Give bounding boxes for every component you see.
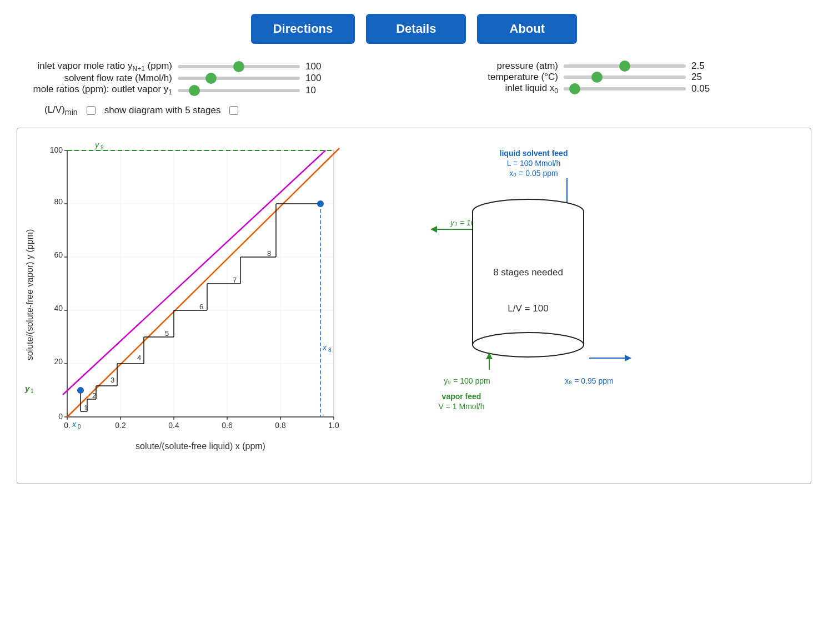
svg-text:0.: 0.: [64, 421, 71, 430]
svg-text:60: 60: [54, 250, 63, 259]
left-sliders: inlet vapor mole ratio yN+1 (ppm) 100 so…: [17, 61, 380, 97]
svg-text:L = 100 Mmol/h: L = 100 Mmol/h: [507, 159, 560, 168]
slider-row-mole-ratios: mole ratios (ppm): outlet vapor y1 10: [17, 84, 380, 96]
mole-ratios-label: mole ratios (ppm): outlet vapor y1: [17, 84, 172, 96]
svg-text:solute/(solute-free liquid) x : solute/(solute-free liquid) x (ppm): [136, 441, 265, 451]
svg-text:40: 40: [54, 304, 63, 313]
slider-row-solvent-flow: solvent flow rate (Mmol/h) 100: [17, 73, 380, 84]
svg-text:0: 0: [78, 424, 81, 430]
inlet-vapor-slider[interactable]: [178, 65, 300, 68]
directions-button[interactable]: Directions: [251, 14, 355, 44]
svg-rect-86: [473, 212, 584, 345]
svg-text:2: 2: [92, 391, 96, 400]
svg-text:x: x: [72, 420, 77, 429]
svg-text:20: 20: [54, 357, 63, 366]
svg-text:4: 4: [137, 354, 141, 362]
svg-text:1.0: 1.0: [328, 421, 339, 430]
right-sliders: pressure (atm) 2.5 temperature (°C) 25 i…: [403, 61, 766, 97]
svg-text:y: y: [94, 140, 99, 149]
chart-area: 0 20 40 60 80 100 0. 0.2 0.4 0.6 0.8 1.: [23, 139, 400, 472]
svg-text:L/V = 100: L/V = 100: [508, 303, 548, 314]
svg-text:vapor feed: vapor feed: [442, 392, 481, 401]
svg-text:1: 1: [84, 404, 88, 412]
svg-text:0.6: 0.6: [222, 421, 233, 430]
mole-ratios-value: 10: [305, 85, 333, 96]
temperature-label: temperature (°C): [403, 72, 558, 83]
slider-row-temperature: temperature (°C) 25: [403, 72, 766, 83]
temperature-slider[interactable]: [564, 76, 686, 79]
mole-ratios-slider[interactable]: [178, 89, 300, 92]
pressure-label: pressure (atm): [403, 61, 558, 72]
svg-text:5: 5: [165, 329, 169, 338]
sliders-section: inlet vapor mole ratio yN+1 (ppm) 100 so…: [11, 55, 789, 97]
svg-text:8 stages needed: 8 stages needed: [493, 267, 563, 278]
inlet-vapor-label: inlet vapor mole ratio yN+1 (ppm): [17, 61, 172, 73]
lv-min-checkbox[interactable]: [87, 106, 96, 115]
svg-text:8: 8: [267, 249, 271, 258]
inlet-liquid-value: 0.05: [691, 83, 719, 94]
svg-marker-84: [430, 226, 437, 233]
svg-text:x: x: [322, 343, 327, 352]
slider-row-pressure: pressure (atm) 2.5: [403, 61, 766, 72]
svg-text:80: 80: [54, 197, 63, 206]
svg-text:x₈ = 0.95 ppm: x₈ = 0.95 ppm: [565, 376, 613, 385]
pressure-slider[interactable]: [564, 64, 686, 68]
inlet-vapor-value: 100: [305, 61, 333, 72]
svg-point-72: [77, 387, 84, 394]
svg-text:0.4: 0.4: [168, 421, 179, 430]
svg-text:3: 3: [111, 376, 114, 384]
svg-text:y₉ = 100 ppm: y₉ = 100 ppm: [444, 376, 490, 385]
solvent-flow-value: 100: [305, 73, 333, 84]
svg-text:1: 1: [31, 388, 34, 394]
inlet-liquid-label: inlet liquid x0: [403, 83, 558, 95]
svg-text:V = 1 Mmol/h: V = 1 Mmol/h: [439, 402, 485, 411]
main-content: 0 20 40 60 80 100 0. 0.2 0.4 0.6 0.8 1.: [17, 128, 811, 484]
diagram-area: liquid solvent feed L = 100 Mmol/h x₀ = …: [400, 139, 800, 472]
svg-text:7: 7: [233, 276, 237, 284]
svg-text:0.2: 0.2: [115, 421, 126, 430]
svg-text:liquid solvent feed: liquid solvent feed: [500, 149, 568, 158]
solvent-flow-label: solvent flow rate (Mmol/h): [17, 73, 172, 84]
svg-text:100: 100: [50, 145, 63, 154]
about-button[interactable]: About: [477, 14, 577, 44]
lv-min-label: (L/V)min: [44, 104, 78, 117]
svg-text:6: 6: [199, 303, 203, 311]
details-button[interactable]: Details: [366, 14, 466, 44]
svg-text:x₀ = 0.05 ppm: x₀ = 0.05 ppm: [509, 169, 558, 178]
inlet-liquid-slider[interactable]: [564, 87, 686, 90]
show-diagram-checkbox[interactable]: [229, 106, 238, 115]
svg-text:0.8: 0.8: [275, 421, 286, 430]
temperature-value: 25: [691, 72, 719, 83]
show-diagram-label: show diagram with 5 stages: [104, 105, 221, 116]
svg-marker-99: [625, 355, 631, 361]
svg-text:y: y: [24, 384, 30, 393]
slider-row-inlet-liquid: inlet liquid x0 0.05: [403, 83, 766, 95]
checkbox-row: (L/V)min show diagram with 5 stages: [11, 97, 817, 122]
process-diagram: liquid solvent feed L = 100 Mmol/h x₀ = …: [417, 139, 650, 472]
svg-text:solute/(solute-free vapor) y (: solute/(solute-free vapor) y (ppm): [25, 229, 34, 361]
main-chart: 0 20 40 60 80 100 0. 0.2 0.4 0.6 0.8 1.: [23, 139, 389, 472]
pressure-value: 2.5: [691, 61, 719, 72]
header: Directions Details About: [11, 6, 817, 55]
slider-row-inlet-vapor: inlet vapor mole ratio yN+1 (ppm) 100: [17, 61, 380, 73]
solvent-flow-slider[interactable]: [178, 77, 300, 80]
svg-text:8: 8: [328, 347, 332, 353]
svg-text:0: 0: [58, 412, 63, 421]
svg-text:9: 9: [101, 144, 104, 150]
